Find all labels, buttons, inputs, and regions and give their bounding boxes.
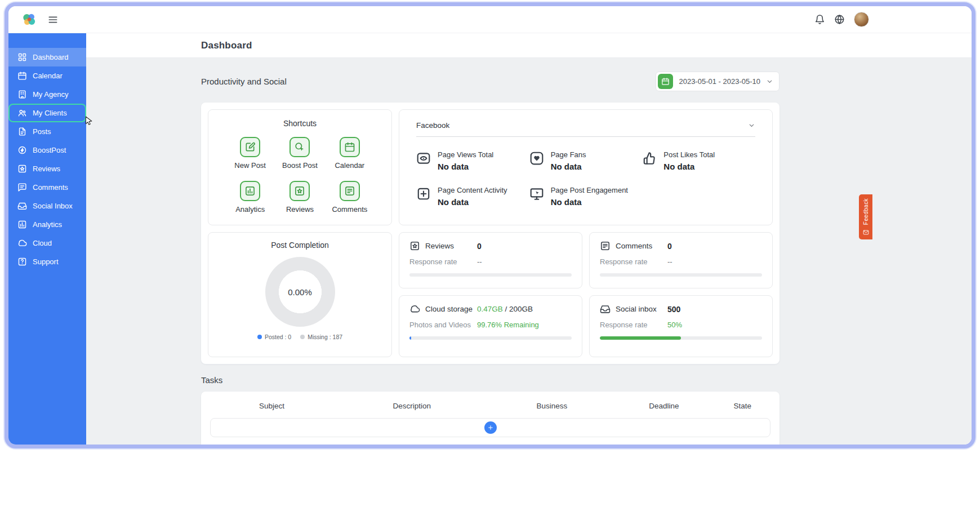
comments-progress-bar bbox=[600, 273, 762, 277]
sidebar-item-icon bbox=[17, 238, 27, 248]
language-globe-icon[interactable] bbox=[834, 14, 845, 25]
comments-response-value: -- bbox=[667, 257, 672, 266]
sidebar-item-icon bbox=[17, 257, 27, 266]
comments-summary-card: Comments 0 Response rate -- bbox=[589, 232, 773, 288]
cloud-media-label: Photos and Videos bbox=[409, 321, 471, 329]
facebook-stat: Page Post Engagement No data bbox=[529, 186, 643, 207]
reviews-response-value: -- bbox=[477, 257, 482, 266]
facebook-stat-icon bbox=[529, 151, 544, 166]
sidebar-item-analytics[interactable]: Analytics bbox=[8, 215, 86, 234]
post-completion-percent: 0.00% bbox=[288, 287, 312, 297]
sidebar-item-label: Reviews bbox=[33, 165, 60, 173]
notifications-bell-icon[interactable] bbox=[814, 14, 825, 25]
facebook-stat-value: No data bbox=[438, 197, 507, 207]
shortcut-label: Comments bbox=[332, 205, 367, 214]
shortcut-analytics[interactable]: Analytics bbox=[225, 181, 275, 214]
cloud-remaining-value: 99.76% Remaining bbox=[477, 321, 539, 329]
reviews-response-label: Response rate bbox=[409, 257, 457, 266]
summary-grid: Reviews 0 Response rate -- bbox=[399, 232, 773, 357]
sidebar-item-icon bbox=[17, 201, 27, 211]
page: Dashboard Calendar My Agency My bbox=[0, 0, 980, 511]
legend-label: Posted : 0 bbox=[265, 334, 291, 340]
date-range-value: 2023-05-01 - 2023-05-10 bbox=[679, 77, 760, 86]
sidebar-item-my-agency[interactable]: My Agency bbox=[8, 85, 86, 104]
comments-count: 0 bbox=[667, 242, 672, 251]
sidebar: Dashboard Calendar My Agency My bbox=[8, 33, 86, 445]
chevron-down-icon bbox=[766, 78, 773, 85]
legend-dot bbox=[300, 335, 305, 339]
sidebar-item-label: Analytics bbox=[33, 220, 62, 229]
shortcut-icon bbox=[340, 137, 360, 157]
cloud-icon bbox=[409, 304, 420, 314]
sidebar-item-dashboard[interactable]: Dashboard bbox=[8, 48, 86, 66]
feedback-tab[interactable]: Feedback bbox=[859, 194, 872, 239]
facebook-stats-grid: Page Views Total No data bbox=[416, 150, 755, 207]
facebook-stat-icon bbox=[416, 186, 431, 201]
feedback-tab-label: Feedback bbox=[863, 198, 869, 225]
facebook-stat-value: No data bbox=[663, 162, 715, 171]
sidebar-item-comments[interactable]: Comments bbox=[8, 178, 86, 197]
menu-icon[interactable] bbox=[47, 14, 59, 25]
section-row: Productivity and Social 2023-05-01 - 202… bbox=[201, 72, 779, 91]
tasks-title: Tasks bbox=[201, 375, 779, 385]
sidebar-item-label: Comments bbox=[33, 183, 68, 192]
facebook-stat-label: Page Content Activity bbox=[438, 186, 507, 194]
legend-dot bbox=[257, 335, 262, 339]
tasks-table: Subject Description Business Deadline St… bbox=[201, 392, 779, 445]
page-header: Dashboard bbox=[86, 33, 972, 58]
post-completion-donut: 0.00% bbox=[265, 257, 335, 327]
social-inbox-progress-bar bbox=[600, 336, 762, 340]
topbar bbox=[8, 6, 972, 33]
date-range-picker[interactable]: 2023-05-01 - 2023-05-10 bbox=[656, 72, 779, 91]
app-logo-icon bbox=[21, 11, 38, 28]
cloud-progress-fill bbox=[409, 336, 411, 340]
sidebar-item-my-clients[interactable]: My Clients bbox=[8, 104, 86, 122]
cloud-used-value: 0.47GB bbox=[477, 305, 503, 313]
shortcut-icon bbox=[240, 137, 260, 157]
sidebar-item-boostpost[interactable]: BoostPost bbox=[8, 141, 86, 159]
shortcut-comments[interactable]: Comments bbox=[325, 181, 375, 214]
sidebar-item-reviews[interactable]: Reviews bbox=[8, 159, 86, 178]
platform-select[interactable]: Facebook bbox=[416, 120, 755, 137]
sidebar-item-icon bbox=[17, 164, 27, 174]
sidebar-item-calendar[interactable]: Calendar bbox=[8, 66, 86, 85]
sidebar-item-icon bbox=[17, 108, 27, 118]
legend-label: Missing : 187 bbox=[308, 334, 342, 340]
facebook-stat: Post Likes Total No data bbox=[642, 150, 755, 171]
post-completion-card: Post Completion 0.00% Posted bbox=[208, 232, 392, 357]
shortcut-icon bbox=[340, 181, 360, 201]
add-task-button[interactable] bbox=[484, 421, 497, 434]
reviews-label: Reviews bbox=[425, 242, 454, 250]
social-inbox-label: Social inbox bbox=[616, 305, 657, 313]
cloud-storage-card: Cloud storage 0.47GB / 200GB Photos and … bbox=[399, 295, 582, 357]
facebook-stat-icon bbox=[529, 186, 544, 201]
feedback-mail-icon bbox=[863, 229, 869, 235]
sidebar-item-icon bbox=[17, 127, 27, 136]
platform-select-value: Facebook bbox=[416, 121, 449, 130]
user-avatar[interactable] bbox=[854, 12, 869, 27]
shortcut-reviews[interactable]: Reviews bbox=[275, 181, 324, 214]
sidebar-item-cloud[interactable]: Cloud bbox=[8, 234, 86, 252]
reviews-summary-card: Reviews 0 Response rate -- bbox=[399, 232, 582, 288]
sidebar-item-social-inbox[interactable]: Social Inbox bbox=[8, 197, 86, 215]
sidebar-item-icon bbox=[17, 220, 27, 229]
shortcut-new-post[interactable]: New Post bbox=[225, 137, 275, 170]
tasks-column-header: Deadline bbox=[613, 402, 714, 410]
sidebar-item-icon bbox=[17, 90, 27, 99]
shortcut-calendar[interactable]: Calendar bbox=[325, 137, 375, 170]
facebook-stat-value: No data bbox=[551, 162, 586, 171]
tasks-column-header: Description bbox=[333, 402, 491, 410]
dashboard-panel: Shortcuts New Post bbox=[201, 103, 779, 364]
legend-item: Posted : 0 bbox=[257, 334, 291, 340]
sidebar-item-posts[interactable]: Posts bbox=[8, 122, 86, 141]
tasks-column-header: State bbox=[714, 402, 770, 410]
cloud-storage-label: Cloud storage bbox=[425, 305, 473, 313]
shortcut-boost-post[interactable]: Boost Post bbox=[275, 137, 324, 170]
shortcuts-title: Shortcuts bbox=[225, 119, 375, 128]
sidebar-item-support[interactable]: Support bbox=[8, 252, 86, 271]
social-inbox-count: 500 bbox=[667, 305, 680, 314]
cloud-total-value: / 200GB bbox=[505, 305, 533, 313]
add-task-row[interactable] bbox=[210, 418, 770, 437]
comments-label: Comments bbox=[616, 242, 652, 250]
social-inbox-card: Social inbox 500 Response rate 50% bbox=[589, 295, 773, 357]
